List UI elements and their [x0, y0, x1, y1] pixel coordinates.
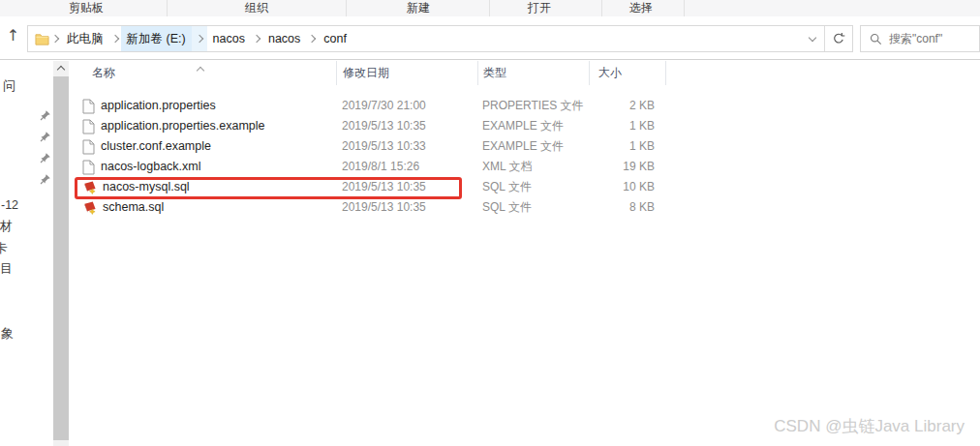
toolbar-row: ↑ 此电脑 新加卷 (E:) nacos nacos conf: [0, 16, 980, 60]
file-type: EXAMPLE 文件: [477, 136, 589, 157]
file-name: cluster.conf.example: [101, 136, 211, 157]
file-icon: [82, 160, 95, 175]
watermark: CSDN @虫链Java Library: [774, 415, 965, 437]
file-date: 2019/7/30 21:00: [336, 96, 477, 116]
ribbon-separator: [489, 0, 490, 16]
table-row[interactable]: nacos-logback.xml 2019/8/1 15:26 XML 文档 …: [70, 157, 666, 177]
address-history-dropdown[interactable]: [801, 26, 824, 51]
ribbon-group-organize: 组织: [245, 0, 268, 15]
ribbon-group-new: 新建: [407, 0, 430, 15]
refresh-icon: [832, 32, 845, 45]
file-explorer-window: 剪贴板 组织 新建 打开 选择 ↑ 此电脑 新加卷 (E:) nacos nac…: [0, 0, 980, 446]
sidebar-item-folder-12[interactable]: -12: [1, 198, 18, 213]
column-header-date[interactable]: 修改日期: [336, 61, 477, 85]
search-icon: [870, 33, 882, 45]
breadcrumb-this-pc[interactable]: 此电脑: [61, 26, 109, 51]
ribbon-separator: [346, 0, 347, 16]
breadcrumb-chevron-icon: [253, 35, 260, 43]
file-name: nacos-logback.xml: [101, 157, 201, 177]
file-icon: [82, 139, 95, 155]
column-header-type[interactable]: 类型: [477, 61, 589, 85]
file-list: application.properties 2019/7/30 21:00 P…: [70, 96, 666, 218]
file-size: 2 KB: [589, 96, 666, 116]
breadcrumb-nacos-2[interactable]: nacos: [262, 26, 306, 51]
breadcrumb-chevron-icon: [195, 35, 202, 43]
file-date: 2019/8/1 15:26: [336, 157, 477, 177]
scrollbar-up-button[interactable]: [53, 61, 69, 76]
search-input[interactable]: 搜索"conf": [860, 25, 980, 52]
column-header-size[interactable]: 大小: [589, 61, 666, 85]
breadcrumb-drive-expander[interactable]: [192, 26, 207, 51]
sidebar-scrollbar[interactable]: [53, 61, 69, 446]
table-row[interactable]: schema.sql 2019/5/13 10:35 SQL 文件 8 KB: [70, 197, 666, 218]
sidebar-item-quick-access[interactable]: 问: [3, 78, 15, 93]
scrollbar-thumb[interactable]: [53, 76, 69, 440]
file-icon: [82, 99, 95, 114]
file-date: 2019/5/13 10:33: [336, 136, 477, 157]
table-row[interactable]: cluster.conf.example 2019/5/13 10:33 EXA…: [70, 136, 666, 157]
breadcrumb-chevron-icon: [308, 35, 316, 43]
file-date: 2019/5/13 10:35: [336, 116, 477, 136]
annotation-red-box: [75, 177, 462, 199]
file-size: 8 KB: [589, 197, 666, 218]
file-name: schema.sql: [103, 197, 164, 218]
up-arrow-icon: ↑: [7, 26, 19, 45]
breadcrumb-drive-label: 新加卷 (E:): [121, 26, 192, 51]
file-type: SQL 文件: [477, 197, 589, 218]
sidebar-item-ka[interactable]: 卡: [0, 241, 8, 255]
ribbon-separator: [167, 0, 168, 16]
file-name: application.properties: [101, 96, 216, 116]
breadcrumb-chevron-icon: [51, 35, 59, 43]
address-bar[interactable]: 此电脑 新加卷 (E:) nacos nacos conf: [27, 25, 853, 52]
breadcrumb-conf[interactable]: conf: [318, 26, 352, 51]
sidebar-item-xiang[interactable]: 象: [1, 326, 14, 341]
file-type: EXAMPLE 文件: [477, 116, 589, 136]
table-row[interactable]: application.properties 2019/7/30 21:00 P…: [70, 96, 666, 116]
refresh-button[interactable]: [825, 26, 852, 51]
breadcrumb-nacos-1[interactable]: nacos: [207, 26, 251, 51]
sidebar-item-sucai[interactable]: 素材: [0, 219, 13, 233]
search-placeholder: 搜索"conf": [889, 31, 942, 47]
file-size: 1 KB: [589, 136, 666, 157]
file-type: XML 文档: [477, 157, 589, 177]
ribbon-separator: [684, 0, 685, 16]
chevron-up-icon: [57, 66, 65, 74]
file-icon: [82, 119, 95, 134]
file-name: application.properties.example: [101, 116, 265, 136]
pushpin-icon: [39, 130, 51, 142]
file-size: 10 KB: [589, 177, 666, 197]
sort-ascending-icon: [198, 60, 203, 77]
table-row[interactable]: application.properties.example 2019/5/13…: [70, 116, 666, 136]
sql-file-icon: [82, 200, 97, 216]
file-size: 1 KB: [589, 116, 666, 136]
file-size: 19 KB: [589, 157, 666, 177]
chevron-down-icon: [809, 33, 816, 41]
file-type: SQL 文件: [477, 177, 589, 197]
pushpin-icon: [39, 172, 51, 185]
file-date: 2019/5/13 10:35: [336, 197, 477, 218]
ribbon-group-clipboard: 剪贴板: [69, 0, 104, 15]
ribbon-separator: [601, 0, 602, 16]
list-column-headers: 名称 修改日期 类型 大小: [70, 61, 666, 85]
file-type: PROPERTIES 文件: [477, 96, 589, 116]
pushpin-icon: [39, 108, 51, 121]
ribbon-group-open: 打开: [528, 0, 551, 15]
folder-icon: [35, 33, 49, 45]
ribbon-strip: 剪贴板 组织 新建 打开 选择: [0, 0, 980, 17]
sidebar-item-xiangmu[interactable]: 项目: [0, 261, 13, 276]
up-one-level-button[interactable]: ↑: [1, 21, 25, 48]
breadcrumb-chevron-icon: [110, 35, 118, 43]
pushpin-icon: [39, 151, 51, 164]
breadcrumb-drive-highlighted[interactable]: 新加卷 (E:): [121, 26, 192, 51]
ribbon-group-select: 选择: [629, 0, 653, 15]
